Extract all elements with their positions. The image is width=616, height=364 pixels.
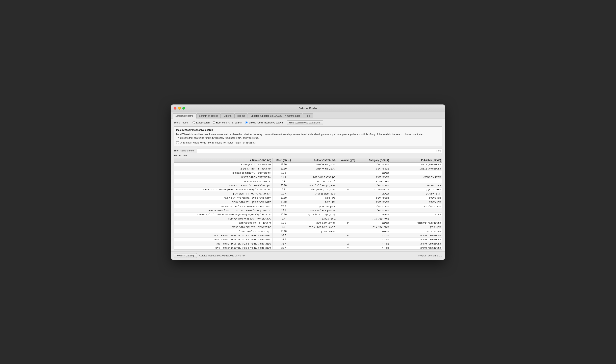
cell-publisher: מכון ירושלים [390,200,442,204]
col-header-name: ▼ Name (שם הספר) [174,158,272,163]
cell-name: אסיפת זקנים על סדר קדשים [174,175,272,179]
table-row[interactable]: מי מרום – יג -- על סדור התפלה 10.9 הרל"פ… [174,221,442,225]
cell-name: חידושי מהר"ם שיק – נדה ו סדר טהרות [174,200,272,204]
tab-updates[interactable]: Updates (updated 03/13/2022 – 7 months a… [248,113,302,118]
cell-category: תפילה [359,221,390,225]
radio-root[interactable]: Root word (שרש) search [213,121,242,124]
table-row[interactable]: מקור התפלות – על סדר התפלה 10.10 פרידמן,… [174,229,442,233]
table-row[interactable]: מסילת ישרים – סדר ויכוח / סדר פרקים 6.6 … [174,225,442,229]
cell-volume [337,200,359,204]
search-mode-row: Search mode: Exact search Root word (שרש… [174,120,442,125]
cell-volume: ד [337,246,359,249]
table-row[interactable]: חידושי מהר"ם שיק – ברכות / סדר זרעים / ש… [174,196,442,200]
table-row[interactable]: חידושי מהר"ם שיק – נדה ו סדר טהרות 18.10… [174,200,442,204]
cell-shelf: 10.7 [272,192,295,196]
table-row[interactable]: משנה סדורה עם פירוש רבינו עובדיה מברטנור… [174,246,442,249]
radio-malei[interactable]: Malei/Chaseir Insensitive search [245,121,283,124]
table-row[interactable]: גליון מהר"ל / משנה ר' בנימין – סדר זרעים… [174,183,442,187]
tab-help[interactable]: Help [303,113,313,118]
explanation-box: Malei/Chaseir Insensitive search Malei/C… [174,126,442,146]
cell-shelf: 20.9 [272,204,295,208]
cell-author: לוריא, רפאל משה [295,179,337,183]
tab-seforim-by-criteria[interactable]: Seforim by criteria [196,113,221,118]
close-button[interactable] [174,107,176,110]
refresh-catalog-button[interactable]: Refresh Catalog [174,253,197,258]
cell-author: שיק, משה [295,196,337,200]
cell-publisher: הוצאת ישיבה "בית זבול" [390,221,442,225]
col-header-volume: Volume (כרך) [337,158,359,163]
cell-category: מפרשי הש"ס [359,196,390,200]
radio-exact[interactable]: Exact search [192,121,210,124]
table-row[interactable]: חשוקי חמד – הערות מעשיות על סדר המסכת: ס… [174,204,442,208]
cell-name: לוח ארש ליעב"צ מעמדין – נימוקי נוסחאות ו… [174,212,272,217]
cell-publisher [390,217,442,221]
minimize-button[interactable] [178,107,181,110]
table-row[interactable]: משנה סדורה עם פירוש רבינו עובדיה מברטנור… [174,233,442,237]
table-row[interactable]: אסיפת זקנים על סדר קדשים 18.4 קגן, ישראל… [174,175,442,179]
col-header-publisher: Publisher (הוצאה) [390,158,442,163]
cell-shelf: 19.10 [272,162,295,167]
results-table: ▼ Name (שם הספר) Shelf (מס' ...) Author … [174,158,442,249]
tab-tips[interactable]: Tips (6) [234,113,247,118]
table-row[interactable]: לילה כיום יאיר – שערים אל כסדר של פסח 9.… [174,217,442,221]
table-row[interactable]: הקדמה הכללית לסידור ר' שבתי הכהן 10.7 סו… [174,192,442,196]
cell-category: הלכה – אחרונו. [359,187,390,192]
maximize-button[interactable] [182,107,185,110]
cell-name: לילה כיום יאיר – שערים אל כסדר של פסח [174,217,272,221]
table-row[interactable]: כתבי הערוך השולחני – אור לישרים סדר נשים… [174,208,442,212]
cell-shelf: 5.3 [272,187,295,192]
cell-publisher: "קדם" ירושלים [390,192,442,196]
window-controls [174,107,185,110]
table-row[interactable]: לוח ארש ליעב"צ מעמדין – נימוקי נוסחאות ו… [174,212,442,217]
cell-name: החוקה לישראל על-פי התורה – סדרי שלטון ומ… [174,187,272,192]
tab-seforim-by-name[interactable]: Seforim by name [173,113,196,118]
cell-author: פרידמן, בנימין [295,229,337,233]
cell-publisher: הוצאת משנה סדורה [390,242,442,246]
table-row[interactable]: אור הישר – ד -- סדר קדשים ב 19.10 הילמן,… [174,167,442,171]
whole-words-checkbox[interactable] [176,141,179,144]
cell-shelf: 10.10 [272,212,295,217]
cell-name: חשוקי חמד – הערות מעשיות על סדר המסכת: ס… [174,204,272,208]
cell-name: משנה סדורה עם פירוש רבינו עובדיה מברטנור… [174,246,272,249]
radio-malei-input[interactable] [245,121,248,124]
table-scroll[interactable]: ▼ Name (שם הספר) Shelf (מס' ...) Author … [174,158,442,249]
cell-name: כתבי הערוך השולחני – אור לישרים סדר נשים… [174,208,272,212]
cell-volume [337,208,359,212]
radio-exact-input[interactable] [192,121,195,124]
cell-category: מפרשי הש"ס [359,204,390,208]
table-row[interactable]: החוקה לישראל על-פי התורה – סדרי שלטון ומ… [174,187,442,192]
cell-volume [337,196,359,200]
cell-volume [337,192,359,196]
cell-shelf: 10.9 [272,221,295,225]
table-row[interactable]: בית גנזי – סדר ליל שמורים 8.4 לוריא, רפא… [174,179,442,183]
cell-author: יצחק זילברסטיין [295,204,337,208]
cell-volume: יג [337,221,359,225]
cell-publisher: הוצאת משנה סדורה [390,246,442,249]
table-row[interactable]: משנה סדורה עם פירוש רבינו עובדיה מברטנור… [174,237,442,242]
search-mode-options: Exact search Root word (שרש) search Male… [192,121,283,124]
col-header-shelf: Shelf (מס' ...) [272,158,295,163]
tab-criteria[interactable]: Criteria [221,113,234,118]
cell-name: משנה סדורה עם פירוש רבינו עובדיה מברטנור… [174,242,272,246]
cell-volume [337,171,359,175]
hide-explanation-button[interactable]: Hide search mode explanation [287,120,323,125]
search-input[interactable] [197,148,442,153]
table-row[interactable]: משנה סדורה עם פירוש רבינו עובדיה מברטנור… [174,242,442,246]
table-body: אור הישר – ג -- סדר קדשים א 19.10 הילמן,… [174,162,442,249]
cell-name: אסיפת זקנים – על עבודת יום הכפורים [174,171,272,175]
col-header-category: Category (קטיגורי) [359,158,390,163]
cell-publisher: מכון. אופק [390,225,442,229]
cell-name: הקדמה הכללית לסידור ר' שבתי הכהן [174,192,272,196]
cell-category: מוסר ועניני אגד. [359,225,390,229]
table-row[interactable]: אסיפת זקנים – על עבודת יום הכפורים 10.6 … [174,171,442,175]
cell-author: שיק, משה [295,200,337,204]
cell-author: עמדין, יעקב בן צבי / יצחקי, [295,212,337,217]
cell-name: בית גנזי – סדר ליל שמורים [174,179,272,183]
cell-publisher: מפרשי הש"ס – פ... [390,204,442,208]
cell-publisher: מכון ירושלים [390,196,442,200]
table-row[interactable]: אור הישר – ג -- סדר קדשים א 19.10 הילמן,… [174,162,442,167]
radio-root-input[interactable] [213,121,215,124]
cell-volume [337,217,359,221]
cell-shelf: 18.10 [272,200,295,204]
cell-name: גליון מהר"ל / משנה ר' בנימין – סדר זרעים [174,183,272,187]
